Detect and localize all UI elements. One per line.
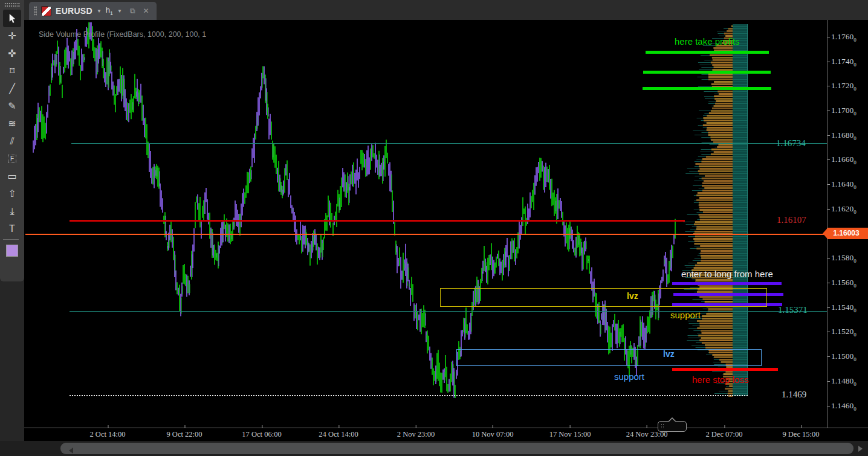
indicator-drop-tool[interactable]: ⤓ — [3, 202, 21, 220]
pointer-tool[interactable] — [3, 10, 21, 27]
fibonacci-lines-tool[interactable]: ⫽ — [3, 132, 21, 150]
close-icon[interactable]: ✕ — [143, 7, 149, 15]
long-entry-line-1[interactable] — [672, 282, 782, 285]
scroll-left-icon[interactable] — [69, 448, 73, 454]
support-upper-label[interactable]: support — [670, 310, 701, 321]
price-label-115371[interactable]: 1.15371 — [778, 305, 808, 315]
time-tick: 10 Nov 07:00 — [472, 430, 514, 439]
color-swatch[interactable] — [3, 242, 21, 259]
drawing-toolbar: ✛✜⌑╱✎≋⫽F▭⇧⤓T — [0, 0, 24, 456]
price-tick-1.1720: 1.17200 — [828, 81, 857, 92]
time-axis[interactable]: 2 Oct 14:009 Oct 22:0017 Oct 06:0024 Oct… — [24, 428, 868, 442]
price-label-11469[interactable]: 1.1469 — [782, 390, 806, 400]
cursor-arrow-icon — [8, 14, 16, 24]
fib-f-icon: F — [8, 155, 16, 163]
time-tick: 17 Nov 15:00 — [549, 430, 591, 439]
color-swatch-fill — [6, 245, 18, 257]
time-tick: 24 Oct 14:00 — [319, 430, 358, 439]
take-profit-label[interactable]: here take profits — [675, 37, 740, 47]
chart-tab-eurusd[interactable]: EURUSD ▼ h1 ▼ ⧉ ✕ — [29, 2, 157, 20]
global-crosshair-tool[interactable]: ✜ — [3, 45, 21, 62]
region-highlight-tool[interactable]: ⌑ — [3, 62, 21, 80]
time-marker-grip[interactable] — [661, 423, 664, 429]
scroll-right-icon[interactable] — [858, 446, 863, 452]
take-profit-line-3[interactable] — [643, 87, 771, 90]
trading-platform-window: EURUSD ▼ h1 ▼ ⧉ ✕ ✛✜⌑╱✎≋⫽F▭⇧⤓T Side Volu… — [0, 0, 868, 456]
price-tick-1.1580: 1.15800 — [828, 253, 857, 264]
time-tick: 9 Oct 22:00 — [166, 430, 202, 439]
lvz-upper-label[interactable]: lvz — [627, 292, 638, 301]
enter-long-label[interactable]: enter to long from here — [681, 269, 773, 280]
last-price-badge: 1.16003 — [823, 228, 868, 239]
instrument-label: EURUSD — [56, 6, 92, 16]
price-label-116107[interactable]: 1.16107 — [777, 215, 806, 225]
price-axis[interactable]: 1.176001.174001.172001.170001.168001.166… — [827, 20, 868, 428]
price-tick-1.1640: 1.16400 — [828, 179, 857, 190]
take-profit-line-1[interactable] — [646, 51, 769, 54]
take-profit-line-2[interactable] — [643, 71, 771, 74]
price-tick-1.1560: 1.15600 — [828, 278, 857, 289]
chart-area[interactable]: Side Volume Profile (FixedBars, 1000, 20… — [24, 20, 827, 428]
tab-grip[interactable] — [34, 6, 37, 16]
time-tick: 2 Oct 14:00 — [89, 430, 125, 439]
trend-line-tool[interactable]: ╱ — [3, 80, 21, 97]
time-tick: 17 Oct 06:00 — [242, 430, 281, 439]
price-tick-1.1680: 1.16800 — [828, 130, 857, 141]
support-lower-label[interactable]: support — [614, 372, 644, 382]
last-price-line[interactable] — [25, 234, 827, 235]
horizontal-scrollbar-thumb[interactable] — [60, 443, 853, 454]
instrument-dropdown-icon[interactable]: ▼ — [97, 8, 102, 14]
interval-dropdown-icon[interactable]: ▼ — [117, 8, 122, 14]
toolbar-grip[interactable] — [4, 2, 20, 7]
time-axis-marker[interactable] — [658, 421, 687, 432]
instrument-logo-icon — [41, 6, 51, 16]
price-tick-1.1540: 1.15400 — [828, 303, 857, 313]
price-plot — [24, 20, 827, 428]
popout-icon[interactable]: ⧉ — [130, 7, 135, 15]
price-tick-1.1500: 1.15000 — [828, 352, 857, 362]
crosshair-tool[interactable]: ✛ — [3, 27, 21, 45]
price-tick-1.1660: 1.16600 — [828, 155, 857, 165]
price-tick-1.1760: 1.17600 — [828, 32, 857, 43]
rectangle-tool[interactable]: ▭ — [3, 167, 21, 185]
lvz-zone-upper[interactable] — [440, 288, 767, 307]
price-tick-1.1460: 1.14600 — [828, 401, 857, 412]
text-tool[interactable]: T — [3, 220, 21, 237]
arrow-shape-tool[interactable]: ⇧ — [3, 185, 21, 202]
price-tick-1.1480: 1.14800 — [828, 376, 857, 387]
time-tick: 9 Dec 15:00 — [782, 430, 819, 439]
lvz-zone-lower[interactable] — [456, 349, 762, 366]
stop-loss-label[interactable]: here stop loss — [692, 375, 748, 385]
support-line-115371[interactable] — [70, 311, 827, 312]
tool-list: ✛✜⌑╱✎≋⫽F▭⇧⤓T — [3, 10, 21, 259]
tab-bar: EURUSD ▼ h1 ▼ ⧉ ✕ — [24, 0, 868, 20]
price-label-116734[interactable]: 1.16734 — [776, 138, 806, 149]
price-tick-1.1740: 1.17400 — [828, 57, 857, 68]
horizontal-scroll-zone — [0, 441, 868, 456]
dotted-low-line-11469[interactable] — [70, 395, 748, 396]
resistance-line-116107[interactable] — [70, 220, 685, 222]
drawing-toolbar-panel: ✛✜⌑╱✎≋⫽F▭⇧⤓T — [0, 0, 24, 281]
price-tick-1.1520: 1.15200 — [828, 327, 857, 338]
price-tick-1.1620: 1.16200 — [828, 204, 857, 215]
indicator-title: Side Volume Profile (FixedBars, 1000, 20… — [39, 30, 206, 39]
resistance-line-116734[interactable] — [71, 143, 827, 144]
fibonacci-retracement-tool[interactable]: F — [3, 150, 21, 167]
stop-loss-line[interactable] — [672, 368, 778, 371]
time-tick: 2 Dec 07:00 — [705, 430, 742, 439]
freehand-draw-tool[interactable]: ✎ — [3, 97, 21, 115]
interval-label: h1 — [106, 5, 113, 16]
price-tick-1.1700: 1.17000 — [828, 106, 857, 117]
time-tick: 2 Nov 23:00 — [397, 430, 435, 439]
time-marker-notch — [668, 417, 676, 422]
lvz-lower-label[interactable]: lvz — [663, 350, 675, 359]
elliott-wave-tool[interactable]: ≋ — [3, 115, 21, 132]
